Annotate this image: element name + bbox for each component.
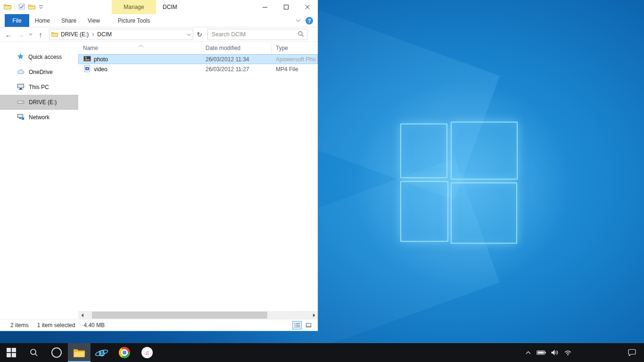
itunes-button[interactable]: ♫ [136, 343, 158, 362]
recent-locations-button[interactable] [27, 29, 34, 40]
battery-status-button[interactable] [536, 343, 547, 362]
tab-view[interactable]: View [82, 14, 106, 27]
action-center-icon [627, 348, 636, 357]
minimize-button[interactable] [254, 0, 275, 14]
up-button[interactable]: ↑ [35, 29, 46, 40]
windows-logo-pane [400, 181, 448, 242]
network-wifi-button[interactable] [562, 343, 573, 362]
internet-explorer-icon: e [95, 346, 108, 359]
file-row-photo[interactable]: photo 26/03/2012 11:34 Apowersoft Pho [78, 54, 318, 64]
file-name: photo [94, 56, 108, 63]
action-center-button[interactable] [626, 343, 637, 362]
sidebar-item-quick-access[interactable]: Quick access [0, 49, 78, 65]
qat-customize-button[interactable] [39, 4, 43, 11]
details-view-icon [294, 322, 300, 328]
qat-divider [15, 4, 15, 10]
speaker-icon [551, 349, 559, 356]
scrollbar-thumb[interactable] [92, 312, 267, 319]
file-date-cell: 26/03/2012 11:34 [201, 54, 272, 64]
horizontal-scrollbar[interactable] [78, 311, 318, 319]
volume-button[interactable] [549, 343, 560, 362]
details-view-button[interactable] [292, 321, 302, 329]
tray-expand-button[interactable] [522, 343, 534, 362]
qat-properties-button[interactable] [18, 3, 25, 11]
itunes-icon: ♫ [141, 347, 153, 358]
minimize-icon [263, 5, 267, 9]
navigation-bar: ← → ↑ DRIVE (E:) › DCIM ↻ [0, 27, 318, 42]
help-icon: ? [305, 17, 313, 25]
file-name-cell: video [78, 64, 201, 74]
column-header-type[interactable]: Type [272, 42, 318, 54]
navigation-pane: Quick access OneDrive This PC [0, 42, 78, 319]
windows-logo-icon [7, 348, 16, 357]
file-type-cell: MP4 File [272, 64, 318, 74]
properties-icon [18, 3, 25, 11]
sidebar-item-label: Quick access [28, 54, 62, 60]
window-title: DCIM [163, 0, 177, 14]
onedrive-cloud-icon [17, 68, 25, 76]
sidebar-item-network[interactable]: Network [0, 110, 78, 125]
item-count: 2 items [10, 322, 29, 329]
contextual-group-manage[interactable]: Manage [112, 0, 156, 14]
taskbar-search-button[interactable] [23, 343, 45, 362]
windows-logo-pane [400, 123, 447, 178]
start-button[interactable] [0, 343, 23, 362]
tab-home[interactable]: Home [29, 14, 56, 27]
title-bar[interactable]: Manage DCIM [0, 0, 318, 14]
tray-spacer [575, 353, 624, 353]
battery-icon [537, 349, 546, 356]
chevron-down-icon [296, 19, 301, 22]
thumbnail-view-icon [305, 322, 312, 328]
help-button[interactable]: ? [305, 17, 313, 25]
sidebar-item-onedrive[interactable]: OneDrive [0, 65, 78, 80]
cortana-button[interactable] [45, 343, 68, 362]
chrome-icon [119, 347, 130, 358]
cortana-icon [51, 347, 62, 358]
internet-explorer-button[interactable]: e [91, 343, 113, 362]
scroll-left-button[interactable] [78, 311, 86, 319]
taskbar-file-explorer-button[interactable] [68, 343, 91, 362]
address-bar[interactable]: DRIVE (E:) › DCIM [49, 29, 193, 40]
close-icon [305, 5, 310, 9]
ribbon-right-controls: ? [296, 14, 318, 27]
scrollbar-track[interactable] [86, 311, 310, 319]
file-name-cell: photo [78, 54, 201, 64]
breadcrumb-folder[interactable]: DCIM [94, 31, 115, 38]
file-row-video[interactable]: video 26/03/2012 11:27 MP4 File [78, 64, 318, 74]
breadcrumb-drive[interactable]: DRIVE (E:) [58, 31, 91, 38]
file-name: video [94, 66, 107, 73]
sidebar-item-drive-e[interactable]: DRIVE (E:) [0, 95, 78, 110]
windows-logo-pane [451, 182, 517, 244]
back-button[interactable]: ← [3, 29, 14, 40]
close-button[interactable] [297, 0, 318, 14]
chrome-button[interactable] [113, 343, 136, 362]
sort-ascending-icon [138, 42, 144, 49]
computer-icon [17, 83, 25, 91]
address-dropdown-button[interactable] [187, 31, 191, 38]
taskbar: e ♫ [0, 343, 644, 362]
triangle-left-icon [81, 313, 84, 317]
tab-picture-tools[interactable]: Picture Tools [112, 14, 156, 27]
search-input[interactable] [211, 31, 297, 38]
selection-summary: 1 item selected [37, 322, 75, 329]
large-icons-view-button[interactable] [304, 321, 313, 329]
explorer-body: Quick access OneDrive This PC [0, 42, 318, 319]
column-header-date-modified[interactable]: Date modified [201, 42, 272, 54]
forward-button[interactable]: → [15, 29, 26, 40]
network-icon [17, 114, 25, 122]
expand-ribbon-button[interactable] [296, 19, 301, 22]
refresh-button[interactable]: ↻ [194, 29, 205, 40]
new-folder-icon [28, 4, 35, 11]
wifi-icon [564, 349, 572, 356]
explorer-window-icon [4, 3, 11, 11]
scroll-right-button[interactable] [310, 311, 318, 319]
qat-new-folder-button[interactable] [28, 4, 35, 11]
sidebar-item-this-pc[interactable]: This PC [0, 80, 78, 95]
status-bar: 2 items 1 item selected 4.40 MB [0, 319, 318, 331]
empty-list-space[interactable] [78, 74, 318, 311]
maximize-button[interactable] [275, 0, 297, 14]
file-date-cell: 26/03/2012 11:27 [201, 64, 272, 74]
search-icon [29, 348, 39, 357]
tab-file[interactable]: File [5, 14, 29, 27]
tab-share[interactable]: Share [56, 14, 82, 27]
